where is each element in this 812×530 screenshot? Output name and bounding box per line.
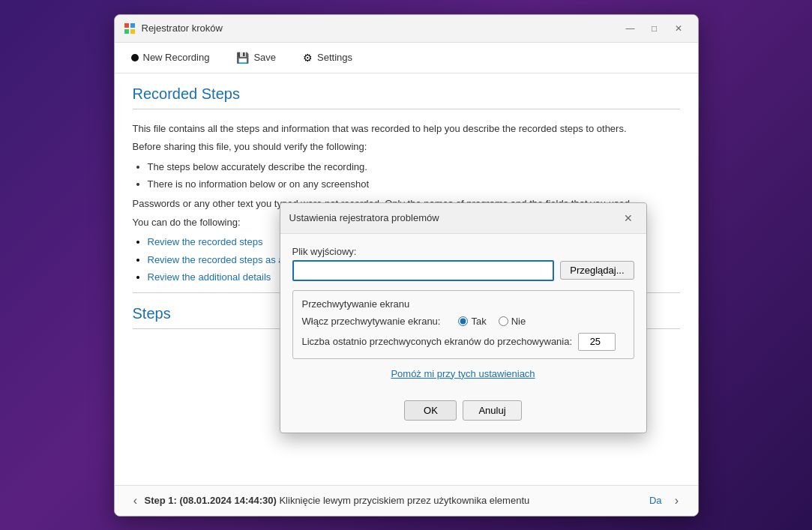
step-label: Step 1: (08.01.2024 14:44:30) xyxy=(145,495,277,506)
settings-button[interactable]: ⚙ Settings xyxy=(298,49,357,67)
main-window: Rejestrator kroków — □ ✕ New Recording 💾… xyxy=(114,14,699,517)
new-recording-label: New Recording xyxy=(143,52,210,63)
step-description: Kliknięcie lewym przyciskiem przez użytk… xyxy=(277,495,529,506)
svg-rect-3 xyxy=(130,29,135,34)
next-button[interactable]: › xyxy=(668,492,686,510)
dialog-footer: OK Anuluj xyxy=(280,400,646,433)
radio-yes-input[interactable] xyxy=(458,316,468,326)
prev-button[interactable]: ‹ xyxy=(127,492,145,510)
save-icon: 💾 xyxy=(236,52,249,64)
screens-count-input[interactable] xyxy=(578,333,616,351)
svg-rect-0 xyxy=(124,23,129,28)
maximize-button[interactable]: □ xyxy=(644,21,665,36)
minimize-button[interactable]: — xyxy=(620,21,641,36)
review-details-link[interactable]: Review the additional details xyxy=(148,271,271,283)
da-link[interactable]: Da xyxy=(649,495,662,506)
settings-dialog: Ustawienia rejestratora problemów ✕ Plik… xyxy=(280,202,647,433)
output-file-label: Plik wyjściowy: xyxy=(292,246,634,257)
title-bar-controls: — □ ✕ xyxy=(620,21,689,36)
settings-icon: ⚙ xyxy=(303,52,313,64)
radio-no-label[interactable]: Nie xyxy=(499,316,526,327)
new-recording-button[interactable]: New Recording xyxy=(127,49,214,66)
screen-capture-group: Przechwytywanie ekranu Włącz przechwytyw… xyxy=(292,290,634,359)
description-line1: This file contains all the steps and inf… xyxy=(133,121,680,137)
toolbar: New Recording 💾 Save ⚙ Settings xyxy=(115,43,698,73)
output-file-input[interactable] xyxy=(292,260,555,281)
verify-list: The steps below accurately describe the … xyxy=(148,158,680,193)
cancel-button[interactable]: Anuluj xyxy=(463,400,521,421)
output-file-group: Plik wyjściowy: Przeglądaj... xyxy=(292,246,634,281)
save-label: Save xyxy=(253,52,276,63)
recorded-steps-title: Recorded Steps xyxy=(133,85,680,103)
dialog-title-bar: Ustawienia rejestratora problemów ✕ xyxy=(280,203,646,234)
screens-count-label: Liczba ostatnio przechwyconych ekranów d… xyxy=(302,336,573,347)
review-steps-link[interactable]: Review the recorded steps xyxy=(148,236,263,247)
enable-capture-label: Włącz przechwytywanie ekranu: xyxy=(302,316,441,327)
radio-yes-text: Tak xyxy=(471,316,486,327)
window-close-button[interactable]: ✕ xyxy=(668,21,689,36)
svg-rect-2 xyxy=(124,29,129,34)
help-link[interactable]: Pomóż mi przy tych ustawieniach xyxy=(292,368,634,379)
window-title: Rejestrator kroków xyxy=(142,22,223,34)
radio-no-text: Nie xyxy=(511,316,526,327)
dialog-title: Ustawienia rejestratora problemów xyxy=(289,212,439,223)
ok-button[interactable]: OK xyxy=(404,400,457,421)
bottom-bar: ‹ Step 1: (08.01.2024 14:44:30) Kliknięc… xyxy=(115,485,698,516)
app-icon xyxy=(124,22,136,34)
radio-no-input[interactable] xyxy=(499,316,508,326)
radio-yes-label[interactable]: Tak xyxy=(458,316,486,327)
output-file-row: Przeglądaj... xyxy=(292,260,634,281)
title-bar: Rejestrator kroków — □ ✕ xyxy=(115,15,698,43)
dialog-close-button[interactable]: ✕ xyxy=(619,211,637,226)
title-bar-left: Rejestrator kroków xyxy=(124,22,223,34)
verify-item-2: There is no information below or on any … xyxy=(148,175,680,193)
enable-capture-row: Włącz przechwytywanie ekranu: Tak Nie xyxy=(302,316,625,327)
svg-rect-1 xyxy=(130,23,135,28)
dialog-body: Plik wyjściowy: Przeglądaj... Przechwyty… xyxy=(280,234,646,400)
step-text: Step 1: (08.01.2024 14:44:30) Kliknięcie… xyxy=(145,495,649,506)
settings-label: Settings xyxy=(317,52,352,63)
divider-1 xyxy=(133,109,680,109)
screen-capture-title: Przechwytywanie ekranu xyxy=(302,298,625,310)
before-sharing: Before sharing this file, you should ver… xyxy=(133,139,680,155)
browse-button[interactable]: Przeglądaj... xyxy=(560,261,634,280)
save-button[interactable]: 💾 Save xyxy=(232,49,280,67)
screens-count-row: Liczba ostatnio przechwyconych ekranów d… xyxy=(302,333,625,351)
verify-item-1: The steps below accurately describe the … xyxy=(148,158,680,175)
record-dot-icon xyxy=(131,54,139,61)
